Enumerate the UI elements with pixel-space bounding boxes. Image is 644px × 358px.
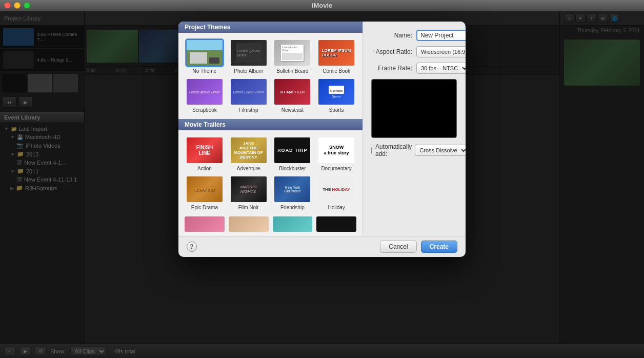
theme-filmstrip[interactable]: Lorem Lorem Dolor Filmstrip [229,78,269,113]
name-label: Name: [371,32,412,39]
comic-book-label: Comic Book [323,68,350,74]
trailer-adventure[interactable]: JAKEAND THEMOUNTAIN OF DESTINY Adventure [229,136,269,171]
photo-album-label: Photo Album [234,68,263,74]
epic-drama-label: Epic Drama [191,205,218,210]
movie-trailers-header: Movie Trailers [178,119,363,130]
filmstrip-label: Filmstrip [239,107,258,113]
adventure-label: Adventure [237,166,260,171]
epic-drama-thumb: SURF KID [186,175,224,203]
preview-black-box [371,79,457,138]
friendship-thumb: New YorkGirl Posse [273,175,311,203]
trailer-epic-drama[interactable]: SURF KID Epic Drama [185,175,225,210]
photo-album-thumb: Lorem IpsumDolor [230,39,268,67]
newscast-thumb: SIT AMET ELIT [273,78,311,106]
filmstrip-thumb: Lorem Lorem Dolor [230,78,268,106]
friendship-label: Friendship [280,205,305,210]
help-button[interactable]: ? [187,242,197,252]
scrapbook-label: Scrapbook [192,107,217,113]
aspect-ratio-label: Aspect Ratio: [371,48,412,55]
film-noir-label: Film Noir [238,205,259,210]
auto-add-label: Automatically add: [375,143,412,157]
scroll-thumb-3 [273,216,313,232]
modal-left-panel: Project Themes No Theme [178,22,363,236]
trailer-action[interactable]: FINISHLINE Action [185,136,225,171]
app-title: iMovie [312,2,332,9]
trailer-documentary[interactable]: SNOWa true story Documentary [316,136,356,171]
create-button[interactable]: Create [421,241,457,253]
theme-bulletin-board[interactable]: Lorem IpsumDolor Bulletin Board [273,39,313,74]
trailer-blockbuster[interactable]: ROAD TRIP Blockbuster [273,136,313,171]
theme-comic-book[interactable]: LOREM IPSUMDOLOR Comic Book [316,39,356,74]
newscast-label: Newscast [281,107,304,113]
frame-rate-row: Frame Rate: 30 fps – NTSC 25 fps – PAL 2… [371,63,457,74]
blockbuster-label: Blockbuster [279,166,306,171]
window-controls [4,2,30,9]
new-project-modal: Project Themes No Theme [178,22,466,257]
theme-photo-album[interactable]: Lorem IpsumDolor Photo Album [229,39,269,74]
modal-footer: ? Cancel Create [178,236,466,257]
documentary-label: Documentary [321,166,351,171]
trailer-holiday[interactable]: THE HOLIDAY Holiday [316,175,356,210]
close-button[interactable] [4,2,11,9]
trailer-friendship[interactable]: New YorkGirl Posse Friendship [273,175,313,210]
scroll-thumb-2 [229,216,269,232]
cancel-button[interactable]: Cancel [380,241,416,253]
modal-right-panel: Name: Aspect Ratio: Widescreen (16:9) St… [363,22,465,236]
frame-rate-label: Frame Rate: [371,65,412,72]
scroll-thumb-4 [316,216,356,232]
auto-add-checkbox[interactable] [371,147,372,154]
trailer-film-noir[interactable]: MADRIDNIGHTS Film Noir [229,175,269,210]
frame-rate-select[interactable]: 30 fps – NTSC 25 fps – PAL 24 fps [416,63,466,74]
footer-buttons: Cancel Create [380,241,457,253]
maximize-button[interactable] [24,2,30,9]
trailers-grid: FINISHLINE Action JAKEAND THEMOUNTAIN OF… [178,130,363,216]
theme-no-theme[interactable]: No Theme [185,39,225,74]
bulletin-board-label: Bulletin Board [276,68,308,74]
name-row: Name: [371,30,457,41]
scrapbook-thumb: Lorem Ipsum Dolor [186,78,224,106]
no-theme-thumb [186,39,224,67]
no-theme-label: No Theme [193,68,217,74]
scroll-thumb-1 [185,216,225,232]
project-themes-header: Project Themes [178,22,363,33]
aspect-ratio-select[interactable]: Widescreen (16:9) Standard (4:3) iPhone … [416,46,466,57]
blockbuster-thumb: ROAD TRIP [273,136,311,164]
sports-thumb: Cornells Sports [317,78,355,106]
auto-add-select[interactable]: Cross Dissolve Theme [415,145,466,156]
documentary-thumb: SNOWa true story [317,136,355,164]
scroll-row [178,216,363,236]
auto-add-row: Automatically add: Cross Dissolve Theme [371,143,457,157]
film-noir-thumb: MADRIDNIGHTS [230,175,268,203]
sports-label: Sports [329,107,344,113]
themes-grid: No Theme Lorem IpsumDolor [178,33,363,119]
modal-overlay: Project Themes No Theme [0,11,644,358]
themes-scroll[interactable]: Project Themes No Theme [178,22,363,236]
title-bar: iMovie [0,0,644,11]
name-input[interactable] [416,30,466,41]
adventure-thumb: JAKEAND THEMOUNTAIN OF DESTINY [230,136,268,164]
action-thumb: FINISHLINE [186,136,224,164]
minimize-button[interactable] [14,2,21,9]
modal-body: Project Themes No Theme [178,22,466,236]
holiday-thumb: THE HOLIDAY [317,175,355,203]
aspect-ratio-row: Aspect Ratio: Widescreen (16:9) Standard… [371,46,457,57]
theme-sports[interactable]: Cornells Sports Sports [316,78,356,113]
comic-book-thumb: LOREM IPSUMDOLOR [317,39,355,67]
bulletin-board-thumb: Lorem IpsumDolor [273,39,311,67]
theme-scrapbook[interactable]: Lorem Ipsum Dolor Scrapbook [185,78,225,113]
action-label: Action [197,166,212,171]
holiday-label: Holiday [328,205,345,210]
theme-newscast[interactable]: SIT AMET ELIT Newscast [273,78,313,113]
